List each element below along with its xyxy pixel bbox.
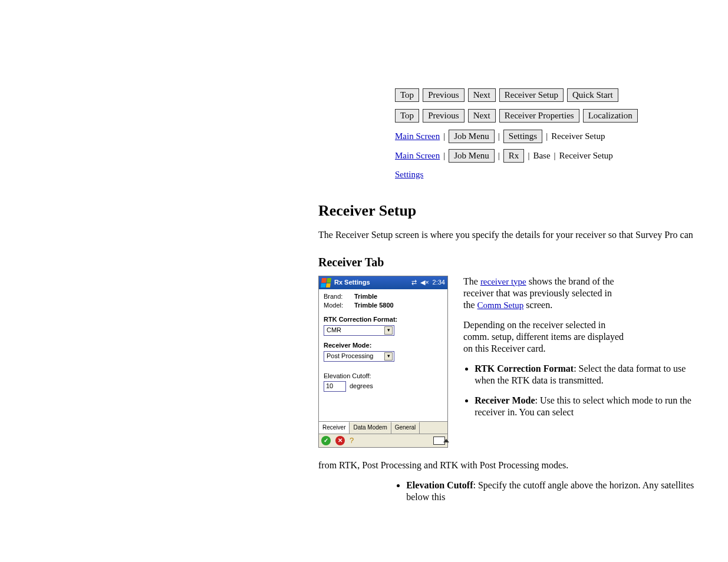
crumb-job-menu-2[interactable]: Job Menu xyxy=(449,149,495,163)
nav-row-1: Top Previous Next Receiver Setup Quick S… xyxy=(395,88,704,102)
nav-receiver-setup[interactable]: Receiver Setup xyxy=(499,88,564,102)
nav-receiver-properties[interactable]: Receiver Properties xyxy=(499,109,579,123)
device-title: Rx Settings xyxy=(334,279,370,287)
speaker-mute-icon: ◀× xyxy=(420,279,429,287)
chevron-down-icon: ▾ xyxy=(384,352,393,361)
device-title-bar: Rx Settings ⇄ ◀× 2:34 xyxy=(319,276,447,289)
crumb-current-1: Receiver Setup xyxy=(551,131,605,142)
elevation-cutoff-input[interactable]: 10 xyxy=(324,381,346,392)
text: The xyxy=(463,276,480,286)
rtk-format-value: CMR xyxy=(327,326,341,335)
receiver-type-link[interactable]: receiver type xyxy=(480,277,526,286)
text: Depending on the receiver selected in xyxy=(463,319,704,331)
bullet-rtk-format: RTK Correction Format: Select the data f… xyxy=(475,363,704,386)
text: screen. xyxy=(523,300,552,310)
nav-previous-2[interactable]: Previous xyxy=(423,109,465,123)
elevation-cutoff-units: degrees xyxy=(350,382,373,391)
continued-text: from RTK, Post Processing and RTK with P… xyxy=(318,459,704,471)
device-body: Brand:Trimble Model:Trimble 5800 RTK Cor… xyxy=(319,289,447,422)
text: on this Receiver card. xyxy=(463,343,704,355)
bullet-elevation-cutoff: Elevation Cutoff: Specify the cutoff ang… xyxy=(406,480,704,503)
crumb-base: Base xyxy=(533,150,550,161)
right-text-column: The receiver type shows the brand of the… xyxy=(463,276,704,427)
crumb-sep: | xyxy=(546,131,548,142)
bullet-label: RTK Correction Format xyxy=(475,363,574,373)
tab-receiver[interactable]: Receiver xyxy=(319,422,350,434)
model-value: Trimble 5800 xyxy=(354,302,394,310)
clock-text: 2:34 xyxy=(433,279,445,287)
breadcrumb-2: Main Screen | Job Menu | Rx | Base | Rec… xyxy=(395,149,704,163)
feature-bullets: RTK Correction Format: Select the data f… xyxy=(463,363,704,418)
crumb-sep: | xyxy=(554,150,556,161)
crumb-sep: | xyxy=(443,150,445,161)
receiver-tab-subhead: Receiver Tab xyxy=(318,255,704,270)
nav-localization[interactable]: Localization xyxy=(583,109,638,123)
windows-logo-icon xyxy=(321,278,331,287)
crumb-settings[interactable]: Settings xyxy=(503,130,542,143)
brand-label: Brand: xyxy=(324,293,351,301)
section-receiver-setup-heading: Receiver Setup xyxy=(318,201,704,221)
connection-icon: ⇄ xyxy=(411,279,417,287)
bullet-receiver-mode: Receiver Mode: Use this to select which … xyxy=(475,395,704,418)
device-screenshot: Rx Settings ⇄ ◀× 2:34 Brand:Trimble Mode… xyxy=(318,276,448,448)
chevron-down-icon: ▾ xyxy=(384,326,393,335)
bullet-label: Elevation Cutoff xyxy=(406,480,473,490)
crumb-job-menu-1[interactable]: Job Menu xyxy=(449,130,495,143)
rtk-format-select[interactable]: CMR ▾ xyxy=(324,325,394,336)
text: receiver that was previously selected in xyxy=(463,287,704,299)
crumb-main-1[interactable]: Main Screen xyxy=(395,131,440,142)
text: comm. setup, different items are display… xyxy=(463,331,704,343)
nav-top-1[interactable]: Top xyxy=(395,88,419,102)
rtk-format-label: RTK Correction Format: xyxy=(324,316,443,324)
device-tabs: Receiver Data Modem General xyxy=(319,421,447,434)
brand-value: Trimble xyxy=(354,293,377,301)
bullet-label: Receiver Mode xyxy=(475,395,535,405)
crumb-sep: | xyxy=(528,150,529,161)
nav-quick-start[interactable]: Quick Start xyxy=(567,88,618,102)
breadcrumb-1: Main Screen | Job Menu | Settings | Rece… xyxy=(395,130,704,143)
nav-block: Top Previous Next Receiver Setup Quick S… xyxy=(395,88,704,180)
crumb-sep: | xyxy=(498,150,500,161)
keyboard-icon[interactable] xyxy=(433,437,445,445)
tab-general[interactable]: General xyxy=(391,422,420,434)
receiver-mode-value: Post Processing xyxy=(327,352,373,361)
text: the xyxy=(463,300,477,310)
crumb-main-2[interactable]: Main Screen xyxy=(395,150,440,161)
nav-row-2: Top Previous Next Receiver Properties Lo… xyxy=(395,109,704,123)
nav-previous-1[interactable]: Previous xyxy=(423,88,465,102)
crumb-rx[interactable]: Rx xyxy=(503,149,525,163)
comm-setup-link[interactable]: Comm Setup xyxy=(477,300,524,310)
receiver-mode-label: Receiver Mode: xyxy=(324,342,443,350)
nav-top-2[interactable]: Top xyxy=(395,109,419,123)
ok-icon[interactable]: ✓ xyxy=(321,436,331,445)
crumb-sep: | xyxy=(498,131,500,142)
crumb-current-2: Receiver Setup xyxy=(559,150,613,161)
help-bulb-icon[interactable]: ? xyxy=(350,436,354,445)
cancel-icon[interactable]: ✕ xyxy=(335,436,345,445)
elevation-cutoff-label: Elevation Cutoff: xyxy=(324,372,443,381)
device-bottom-bar: ✓ ✕ ? xyxy=(319,434,447,447)
settings-link[interactable]: Settings xyxy=(395,170,423,179)
receiver-mode-select[interactable]: Post Processing ▾ xyxy=(324,351,394,362)
crumb-sep: | xyxy=(443,131,445,142)
receiver-description: The Receiver Setup screen is where you s… xyxy=(318,229,704,241)
nav-next-1[interactable]: Next xyxy=(468,88,496,102)
model-label: Model: xyxy=(324,302,351,310)
titlebar-status-icons: ⇄ ◀× 2:34 xyxy=(411,279,445,287)
tab-data-modem[interactable]: Data Modem xyxy=(350,422,391,434)
text: shows the brand of the xyxy=(526,276,614,286)
feature-bullets-continued: Elevation Cutoff: Specify the cutoff ang… xyxy=(395,480,704,503)
nav-next-2[interactable]: Next xyxy=(468,109,496,123)
